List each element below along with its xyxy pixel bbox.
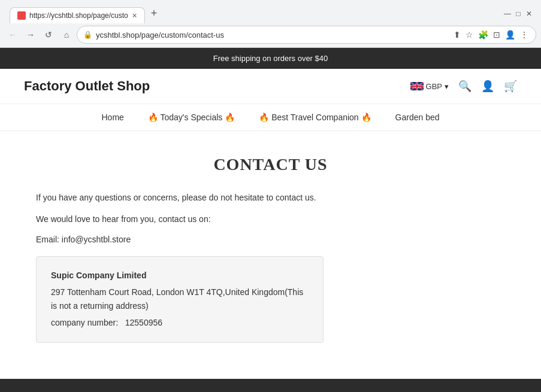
- flag-icon: [410, 82, 424, 90]
- company-name: Supic Company Limited: [51, 269, 309, 283]
- email-label: Email:: [36, 235, 59, 244]
- currency-chevron: ▾: [445, 82, 449, 91]
- site-logo[interactable]: Factory Outlet Shop: [24, 78, 150, 94]
- site-nav: Home 🔥 Today's Specials 🔥 🔥 Best Travel …: [0, 104, 541, 131]
- company-info-box: Supic Company Limited 297 Tottenham Cour…: [36, 256, 324, 343]
- window-controls: — □ ✕: [503, 9, 536, 19]
- main-content: CONTACT US If you have any questions or …: [0, 131, 541, 379]
- browser-tab[interactable]: https://ycshtbl.shop/page/custo ✕: [10, 7, 145, 23]
- share-icon[interactable]: ⬆: [452, 29, 462, 41]
- lock-icon: 🔒: [83, 31, 92, 39]
- account-button[interactable]: 👤: [481, 80, 494, 93]
- company-number-label: company number:: [51, 318, 118, 327]
- site-header: Factory Outlet Shop GBP ▾ 🔍 👤 🛒: [0, 69, 541, 104]
- cart-button[interactable]: 🛒: [504, 80, 517, 93]
- close-button[interactable]: ✕: [524, 9, 534, 19]
- forward-button[interactable]: →: [23, 27, 38, 42]
- company-number-value: 12550956: [125, 318, 162, 327]
- search-button[interactable]: 🔍: [458, 80, 472, 93]
- currency-code: GBP: [426, 82, 442, 91]
- nav-item-garden[interactable]: Garden bed: [395, 113, 440, 122]
- profile-icon[interactable]: 👤: [504, 29, 516, 41]
- tab-favicon: [17, 11, 26, 20]
- nav-item-home[interactable]: Home: [102, 113, 124, 122]
- home-button[interactable]: ⌂: [59, 27, 74, 42]
- new-tab-button[interactable]: +: [145, 4, 164, 23]
- minimize-button[interactable]: —: [503, 9, 512, 19]
- split-view-icon[interactable]: ⊡: [492, 29, 501, 41]
- contact-email: Email: info@ycshtbl.store: [36, 235, 505, 244]
- nav-item-travel[interactable]: 🔥 Best Travel Companion 🔥: [259, 113, 371, 122]
- bookmark-icon[interactable]: ☆: [464, 29, 474, 41]
- contact-paragraph-1: If you have any questions or concerns, p…: [36, 191, 505, 204]
- company-address: 297 Tottenham Court Road, London W1T 4TQ…: [51, 285, 309, 314]
- company-number: company number: 12550956: [51, 316, 309, 330]
- address-bar[interactable]: 🔒 ycshtbl.shop/page/custom/contact-us ⬆ …: [77, 26, 536, 44]
- browser-chrome: https://ycshtbl.shop/page/custo ✕ + — □ …: [0, 0, 541, 48]
- currency-selector[interactable]: GBP ▾: [410, 82, 449, 91]
- address-actions: ⬆ ☆ 🧩 ⊡ 👤 ⋮: [452, 29, 530, 41]
- contact-title: CONTACT US: [36, 155, 505, 174]
- tab-bar: https://ycshtbl.shop/page/custo ✕ +: [5, 4, 168, 23]
- tab-title: https://ycshtbl.shop/page/custo: [29, 11, 128, 20]
- title-bar: https://ycshtbl.shop/page/custo ✕ + — □ …: [0, 0, 541, 23]
- site-footer: ABOUT COMPANY ABOUT US Help Center PRIVA…: [0, 379, 541, 392]
- more-options-icon[interactable]: ⋮: [519, 29, 530, 41]
- announcement-bar: Free shipping on orders over $40: [0, 48, 541, 69]
- maximize-button[interactable]: □: [513, 9, 523, 19]
- contact-paragraph-2: We would love to hear from you, contact …: [36, 212, 505, 226]
- header-right: GBP ▾ 🔍 👤 🛒: [410, 80, 517, 93]
- back-button[interactable]: ←: [5, 27, 20, 42]
- tab-close-button[interactable]: ✕: [132, 12, 137, 20]
- url-text: ycshtbl.shop/page/custom/contact-us: [96, 31, 224, 39]
- reload-button[interactable]: ↺: [41, 27, 56, 42]
- address-bar-row: ← → ↺ ⌂ 🔒 ycshtbl.shop/page/custom/conta…: [0, 23, 541, 47]
- extensions-icon[interactable]: 🧩: [477, 29, 489, 41]
- nav-item-specials[interactable]: 🔥 Today's Specials 🔥: [148, 113, 235, 122]
- email-value: info@ycshtbl.store: [62, 235, 131, 244]
- announcement-text: Free shipping on orders over $40: [213, 54, 328, 63]
